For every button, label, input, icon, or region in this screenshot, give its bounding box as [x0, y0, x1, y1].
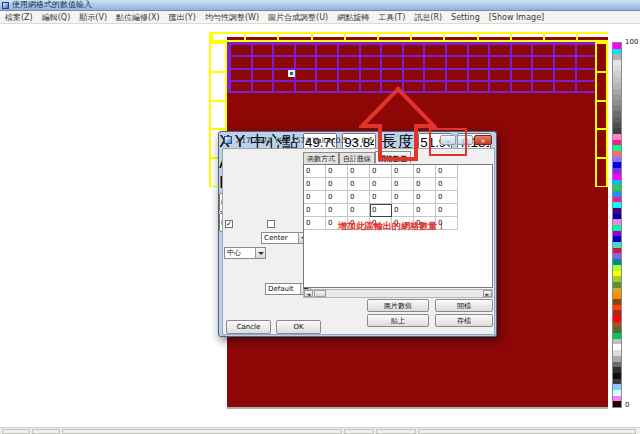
grid-cell[interactable]: 0	[392, 165, 414, 178]
highlight-rectangle-annotation	[429, 128, 467, 156]
ok-button[interactable]: OK	[276, 320, 321, 334]
menu-file[interactable]: 檔案(Z)	[5, 12, 33, 23]
tab-function-mode[interactable]: 函數方式	[303, 152, 339, 164]
grid-cell[interactable]: 0	[370, 178, 392, 191]
grid-cell[interactable]: 0	[348, 191, 370, 204]
grid-cell[interactable]: 0	[436, 204, 458, 217]
grid-cell[interactable]: 0	[414, 191, 436, 204]
grid-cell[interactable]: 0	[326, 165, 348, 178]
grid-cell[interactable]: 0	[392, 204, 414, 217]
grid-cell[interactable]: 0	[436, 165, 458, 178]
menu-dot-rotate[interactable]: 網點旋轉	[337, 12, 369, 23]
menu-setting[interactable]: Setting	[451, 13, 480, 22]
dialog-icon	[224, 136, 232, 144]
grid-cell[interactable]: 0	[304, 217, 326, 230]
horizontal-scrollbar[interactable]: ◄ ►	[303, 289, 493, 298]
grid-cell[interactable]: 0	[304, 191, 326, 204]
yellow-grid-right	[595, 42, 608, 187]
anchor-select[interactable]: 中心	[224, 247, 266, 259]
menu-uniformity[interactable]: 均勻性調整(W)	[205, 12, 259, 23]
grid-cell[interactable]: 0	[304, 178, 326, 191]
grid-cell[interactable]: 0	[304, 165, 326, 178]
scale-min-label: 0	[625, 401, 629, 409]
status-bar	[0, 427, 640, 434]
app-icon	[2, 2, 9, 9]
base-mode-value: Center	[264, 234, 288, 242]
open-file-button[interactable]: 開檔	[435, 299, 493, 312]
menu-image-compose[interactable]: 圖片合成調整(U)	[268, 12, 328, 23]
paste-button[interactable]: 貼上	[367, 314, 429, 327]
grid-cell[interactable]: 0	[370, 165, 392, 178]
grid-cell[interactable]: 0	[370, 191, 392, 204]
grid-cell[interactable]: 0	[370, 204, 392, 217]
menu-view[interactable]: 顯示(V)	[79, 12, 107, 23]
cancel-button[interactable]: Cancle	[226, 320, 271, 334]
grid-cell[interactable]: 0	[348, 204, 370, 217]
scale-max-label: 100	[625, 38, 638, 46]
grid-cell[interactable]: 0	[414, 204, 436, 217]
status-pane	[418, 429, 636, 434]
menu-message[interactable]: 訊息(R)	[414, 12, 442, 23]
grid-cell[interactable]: 0	[348, 165, 370, 178]
color-scale[interactable]	[612, 42, 622, 408]
grid-value-dialog: X17.2671 Y90.2574 Value:0.5 -> 0.5 – □ ×…	[218, 131, 497, 337]
grid-cell[interactable]: 0	[348, 178, 370, 191]
menu-export[interactable]: 匯出(Y)	[169, 12, 196, 23]
annotation-note: 增加此區輸出的網格數量！	[338, 220, 446, 233]
enabled-checkbox[interactable]: ✓	[225, 220, 233, 228]
scroll-left-icon[interactable]: ◄	[304, 290, 313, 297]
grid-cell[interactable]: 0	[304, 204, 326, 217]
grid-cell[interactable]: 0	[436, 178, 458, 191]
menu-show-image[interactable]: [Show Image]	[489, 13, 544, 22]
anchor-value: 中心	[227, 248, 241, 258]
dialog-title: X17.2671 Y90.2574 Value:0.5 -> 0.5	[236, 136, 373, 145]
grid-cell[interactable]: 0	[436, 191, 458, 204]
grid-cell[interactable]: 0	[414, 178, 436, 191]
window-title: 使用網格式的數值輸入	[12, 0, 92, 10]
scrollbar-thumb[interactable]	[314, 290, 326, 297]
status-pane	[32, 429, 60, 434]
selected-point-marker[interactable]	[288, 70, 295, 77]
grid-cell[interactable]: 0	[326, 178, 348, 191]
window-titlebar[interactable]: 使用網格式的數值輸入	[0, 0, 640, 11]
close-icon[interactable]: ×	[474, 135, 492, 145]
menu-tools[interactable]: 工具(T)	[378, 12, 405, 23]
menu-bar: 檔案(Z) 編輯(Q) 顯示(V) 點位編修(X) 匯出(Y) 均勻性調整(W)…	[0, 11, 640, 24]
status-pane	[2, 429, 30, 434]
grid-cell[interactable]: 0	[392, 178, 414, 191]
save-file-button[interactable]: 存檔	[435, 314, 493, 327]
grid-cell[interactable]: 0	[392, 191, 414, 204]
grid-cell[interactable]: 0	[326, 204, 348, 217]
base-mode-select[interactable]: Center	[261, 232, 309, 244]
chevron-down-icon	[255, 248, 265, 258]
erase-dots-checkbox[interactable]	[267, 220, 275, 228]
grid-angle-mode-value: Default	[268, 285, 294, 293]
status-pane	[376, 429, 416, 434]
scroll-right-icon[interactable]: ►	[483, 290, 492, 297]
yellow-grid-top	[209, 32, 608, 42]
menu-edit[interactable]: 編輯(Q)	[42, 12, 71, 23]
menu-point-edit[interactable]: 點位編修(X)	[116, 12, 160, 23]
palette-segment	[613, 401, 621, 407]
grid-cell[interactable]: 0	[414, 165, 436, 178]
grid-cell[interactable]: 0	[326, 191, 348, 204]
up-arrow-annotation	[359, 86, 437, 162]
status-pane	[62, 429, 342, 434]
image-values-button[interactable]: 圖片數值	[367, 299, 429, 312]
status-pane	[344, 429, 374, 434]
